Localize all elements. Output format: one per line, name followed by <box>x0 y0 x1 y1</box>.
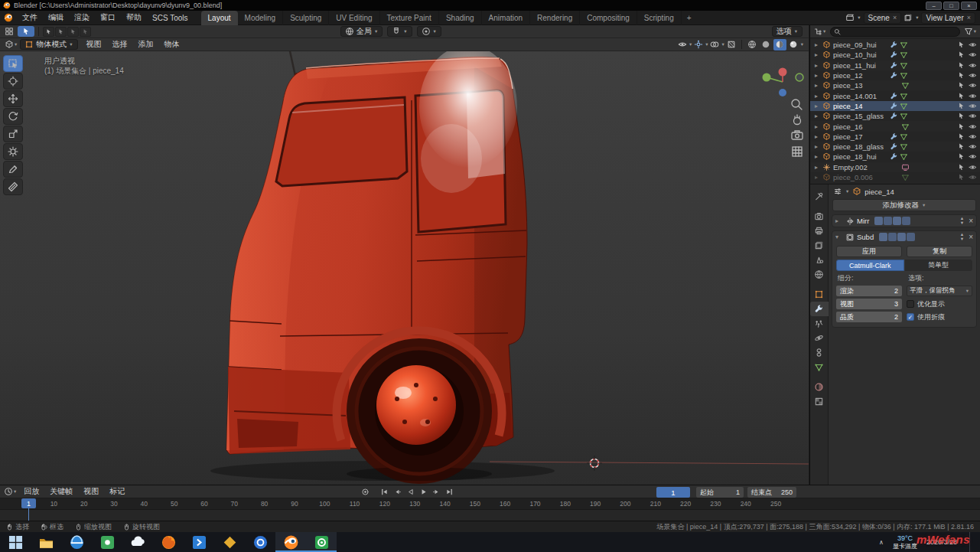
modifier-name[interactable]: Mirr <box>857 217 869 225</box>
catmull-clark-button[interactable]: Catmull-Clark <box>836 260 904 271</box>
properties-tab-object[interactable] <box>810 287 829 302</box>
transform-orientation-dropdown[interactable]: 全局 ▾ <box>340 26 383 37</box>
toggle-realtime[interactable] <box>884 217 892 225</box>
reorder-buttons[interactable]: ▲▼ <box>960 217 964 225</box>
selectable-toggle-icon[interactable] <box>957 152 965 161</box>
selectable-toggle-icon[interactable] <box>957 51 965 59</box>
selectable-toggle-icon[interactable] <box>957 132 965 141</box>
toggle-realtime[interactable] <box>888 233 897 241</box>
selectable-toggle-icon[interactable] <box>957 92 965 100</box>
uv-smooth-dropdown[interactable]: 平滑，保留拐角▾ <box>907 286 972 296</box>
gpu-temp-widget[interactable]: 39°C 显卡温度 <box>893 534 917 550</box>
checkbox-unchecked[interactable] <box>907 300 914 308</box>
properties-tab-modifiers[interactable] <box>810 302 829 316</box>
toggle-render[interactable] <box>893 217 901 225</box>
snap-dropdown[interactable]: ▾ <box>387 26 412 37</box>
auto-key-button[interactable] <box>360 486 371 498</box>
outliner-row-piece_09_hui[interactable]: ▸piece_09_hui <box>810 40 980 50</box>
selectable-toggle-icon[interactable] <box>957 102 965 110</box>
breadcrumb-object[interactable]: piece_14 <box>864 188 894 196</box>
expand-icon[interactable]: ▸ <box>815 133 822 140</box>
overlays-dropdown-icon[interactable] <box>708 40 721 49</box>
tool-measure[interactable] <box>3 178 23 195</box>
taskbar-app-green[interactable] <box>92 532 122 552</box>
properties-editor-icon[interactable] <box>833 187 842 196</box>
properties-tab-output[interactable] <box>810 224 829 238</box>
hide-toggle-icon[interactable] <box>969 163 977 171</box>
properties-tab-data[interactable] <box>810 360 829 374</box>
minimize-button[interactable]: – <box>926 2 942 10</box>
editor-type-icon[interactable] <box>5 40 14 49</box>
view-layer-selector[interactable]: View Layer × <box>921 12 975 24</box>
taskbar-file-explorer[interactable] <box>31 532 61 552</box>
visibility-dropdown-icon[interactable] <box>676 40 689 49</box>
select-mode-extend[interactable] <box>55 27 67 37</box>
timeline-ruler[interactable]: 1102030405060708090100110120130140150160… <box>0 498 980 510</box>
expand-icon[interactable]: ▸ <box>815 174 822 181</box>
proportional-editing-dropdown[interactable]: ▾ <box>417 26 441 37</box>
workspace-tab-uv-editing[interactable]: UV Editing <box>329 11 379 25</box>
outliner-row-piece_12[interactable]: ▸piece_12 <box>810 70 980 80</box>
workspace-tab-modeling[interactable]: Modeling <box>238 11 284 25</box>
hide-toggle-icon[interactable] <box>969 173 977 181</box>
optimize-display-checkbox[interactable]: 优化显示 <box>907 299 972 309</box>
properties-tab-view-layer[interactable] <box>810 238 829 253</box>
taskbar-browser[interactable] <box>61 532 92 552</box>
checkbox-checked[interactable]: ✓ <box>907 313 914 321</box>
expand-icon[interactable]: ▸ <box>815 93 822 100</box>
timeline-menu-markers[interactable]: 标记 <box>104 486 130 497</box>
menu-file[interactable]: 文件 <box>17 12 43 23</box>
expand-icon[interactable]: ▸ <box>815 143 822 150</box>
view-layer-remove-icon[interactable]: × <box>967 14 971 21</box>
timeline-menu-keying[interactable]: 关键帧 <box>44 486 78 497</box>
modifier-name[interactable]: Subd <box>857 233 874 241</box>
outliner-editor-icon[interactable] <box>813 27 822 36</box>
next-keyframe-button[interactable] <box>431 486 442 498</box>
outliner-row-piece_15_glass[interactable]: ▸piece_15_glass <box>810 111 980 121</box>
properties-tab-world[interactable] <box>810 267 829 282</box>
close-icon[interactable]: × <box>969 233 973 241</box>
outliner-row-piece_17[interactable]: ▸piece_17 <box>810 132 980 142</box>
toggle-cage[interactable] <box>907 233 915 241</box>
outliner-row-piece_14.001[interactable]: ▸piece_14.001 <box>810 90 980 100</box>
taskbar-app-blue[interactable] <box>245 532 275 552</box>
expand-icon[interactable]: ▸ <box>815 103 822 109</box>
tool-cursor[interactable] <box>3 73 23 90</box>
outliner-row-piece_18_glass[interactable]: ▸piece_18_glass <box>810 142 980 152</box>
workspace-tab-animation[interactable]: Animation <box>482 11 530 25</box>
current-frame-field[interactable]: 1 <box>656 487 690 498</box>
tool-rotate[interactable] <box>3 108 23 125</box>
workspace-tab-shading[interactable]: Shading <box>439 11 482 25</box>
expand-icon[interactable]: ▸ <box>835 217 843 224</box>
scene-browse-icon[interactable] <box>845 13 855 22</box>
taskbar-firefox[interactable] <box>153 532 184 552</box>
properties-tab-scene[interactable] <box>810 253 829 267</box>
collapse-icon[interactable]: ▾ <box>835 234 843 240</box>
tool-scale[interactable] <box>3 126 23 142</box>
selectable-toggle-icon[interactable] <box>957 112 965 120</box>
workspace-tab-compositing[interactable]: Compositing <box>580 11 637 25</box>
shading-wireframe-button[interactable] <box>746 39 759 51</box>
viewport-menu-add[interactable]: 添加 <box>133 39 159 50</box>
properties-tab-tool[interactable] <box>810 189 829 204</box>
properties-tab-physics[interactable] <box>810 331 829 345</box>
options-dropdown[interactable]: 选项 ▾ <box>772 26 803 37</box>
outliner-row-piece_0.006[interactable]: ▸piece_0.006 <box>810 172 980 182</box>
selectable-toggle-icon[interactable] <box>957 41 965 49</box>
menu-window[interactable]: 窗口 <box>95 12 121 23</box>
active-tool-button[interactable] <box>18 26 34 37</box>
select-mode-subtract[interactable] <box>67 27 79 37</box>
outliner-row-Empty.002[interactable]: ▸Empty.002 <box>810 162 980 172</box>
taskbar-app-gold[interactable] <box>214 532 245 552</box>
duplicate-button[interactable]: 复制 <box>907 246 972 257</box>
outliner-row-piece_16[interactable]: ▸piece_16 <box>810 121 980 131</box>
add-modifier-button[interactable]: 添加修改器 ▾ <box>832 199 976 211</box>
toggle-edit-mode[interactable] <box>874 217 883 225</box>
gizmos-dropdown-icon[interactable] <box>692 40 705 49</box>
taskbar-start[interactable] <box>0 532 31 552</box>
outliner-row-piece_14[interactable]: ▸piece_14 <box>810 101 980 111</box>
taskbar-code-editor[interactable] <box>184 532 214 552</box>
outliner-row-piece_18_hui[interactable]: ▸piece_18_hui <box>810 152 980 162</box>
expand-icon[interactable]: ▸ <box>815 113 822 119</box>
xray-toggle-icon[interactable] <box>725 40 737 49</box>
